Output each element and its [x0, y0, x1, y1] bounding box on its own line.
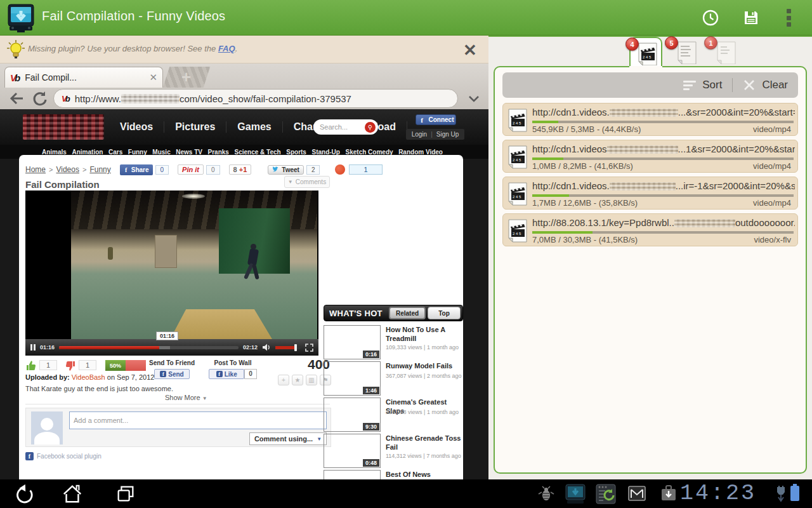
download-list-panel: Sort Clear 2 4 5 http://cdn1.videos....&… [494, 66, 807, 474]
download-item[interactable]: 2 4 5 http://cdn1.videos....ir=-1&sr=200… [502, 177, 798, 210]
fb-send-button[interactable]: fSend [154, 369, 190, 379]
likes-count: 1 [39, 360, 57, 370]
subnav-item[interactable]: Music [152, 149, 170, 156]
fullscreen-icon[interactable] [305, 344, 313, 352]
whats-hot-header: WHAT'S HOT Related Top [324, 305, 463, 321]
download-type: video/mp4 [753, 124, 791, 134]
hot-video-item[interactable]: 0:16 How Not To Use A Treadmill 109,333 … [324, 325, 463, 359]
home-button[interactable] [61, 483, 84, 505]
censored-domain [121, 94, 180, 104]
sort-icon[interactable] [683, 81, 696, 90]
download-item[interactable]: 2 4 5 http://cdn1.videos....&sr=2000&int… [502, 103, 798, 136]
nav-games[interactable]: Games [226, 121, 282, 133]
login-link[interactable]: Login [412, 131, 427, 138]
subnav-item[interactable]: Science & Tech [234, 149, 280, 156]
thumbs-down-icon[interactable] [65, 361, 76, 372]
video-thumbnail [324, 470, 381, 479]
subnav-item[interactable]: Sports [286, 149, 306, 156]
notice-text: Missing plugin? Use your desktop browser… [28, 44, 237, 53]
subnav-item[interactable]: Sketch Comedy [346, 149, 393, 156]
subnav-item[interactable]: Animation [72, 149, 103, 156]
facebook-share-widget[interactable]: fShare 0 [120, 164, 169, 175]
download-item[interactable]: 2 4 5 http://88.208.13.1/key=Ppd8rwbl..o… [502, 213, 798, 246]
hot-video-item[interactable]: 1:46 Runway Model Fails 367,087 views | … [324, 361, 463, 396]
volume-slider[interactable] [275, 346, 301, 349]
hot-video-item[interactable]: 0:48 Chinese Grenade Toss Fail 114,312 v… [324, 434, 463, 468]
add-playlist-button[interactable]: + [278, 375, 289, 385]
history-clock-icon[interactable] [702, 9, 719, 27]
lightbulb-icon [6, 39, 25, 60]
subnav-item[interactable]: Random Video [398, 149, 443, 156]
player-controls: 01:16 02:12 [25, 339, 318, 356]
breadcrumb-funny[interactable]: Funny [89, 165, 110, 174]
tubemate-status-icon[interactable] [563, 483, 587, 505]
breadcrumb-videos[interactable]: Videos [56, 165, 79, 174]
notice-close-icon[interactable]: ✕ [463, 41, 477, 60]
clear-button[interactable]: Clear [762, 79, 788, 91]
google-plus-one-widget[interactable]: 8 +1 [229, 164, 252, 175]
comments-button[interactable]: ▼Comments [284, 176, 330, 188]
screen: Fail Compilation - Funny Videos Missing … [0, 0, 812, 508]
pinterest-widget[interactable]: Pin it 0 [178, 164, 219, 175]
faq-link[interactable]: FAQ [218, 44, 235, 53]
subnav-item[interactable]: News TV [176, 149, 202, 156]
seek-bar[interactable] [59, 346, 239, 349]
show-more-link[interactable]: Show More ▼ [165, 394, 207, 401]
browser-tab[interactable]: Vb Fail Compil... ✕ [4, 67, 163, 88]
overflow-menu-icon[interactable] [787, 9, 792, 27]
url-dropdown-chevron-icon[interactable] [467, 91, 481, 105]
tab-page-list[interactable]: 1 [709, 37, 742, 66]
breadcrumb-home[interactable]: Home [25, 165, 46, 174]
nav-videos[interactable]: Videos [109, 121, 164, 133]
recent-apps-button[interactable] [114, 483, 137, 505]
subnav-item[interactable]: Pranks [208, 149, 229, 156]
gmail-status-icon[interactable] [628, 486, 646, 501]
subnav-item[interactable]: Animals [42, 149, 67, 156]
tab-related[interactable]: Related [389, 307, 426, 319]
comment-input[interactable] [69, 411, 327, 429]
tab-close-icon[interactable]: ✕ [149, 72, 157, 83]
plugin-notice-bar: Missing plugin? Use your desktop browser… [0, 36, 488, 64]
stats-button[interactable]: ▥ [306, 375, 317, 385]
clear-x-icon[interactable] [743, 79, 756, 91]
stumbleupon-widget[interactable]: 1 [329, 164, 382, 175]
status-clock[interactable]: 14:23 [680, 481, 769, 506]
download-size: 545,9KB / 5,3MB - (44,4KB/s) [532, 124, 641, 134]
new-tab-button[interactable]: + [163, 67, 211, 88]
fb-like-button[interactable]: fLike [209, 369, 244, 379]
nav-pictures[interactable]: Pictures [164, 121, 226, 133]
site-search-box[interactable]: Search... ⚲ [313, 119, 378, 135]
favorite-button[interactable]: ★ [292, 375, 303, 385]
subnav-item[interactable]: Funny [128, 149, 147, 156]
badge-count: 4 [625, 37, 639, 51]
download-status-icon[interactable] [660, 485, 678, 502]
clapperboard-file-icon: 2 4 5 [508, 182, 527, 206]
battery-status-icon [790, 486, 799, 501]
tab-top[interactable]: Top [428, 307, 461, 319]
back-button[interactable] [14, 483, 37, 505]
thumbs-up-icon[interactable] [25, 359, 37, 371]
sort-button[interactable]: Sort [702, 79, 722, 91]
url-bar[interactable]: Vb http://www.com/video_show/fail-compil… [53, 89, 458, 108]
subnav-item[interactable]: Cars [108, 149, 122, 156]
video-player[interactable]: 01:16 01:16 02:12 [25, 190, 318, 356]
sync-status-icon[interactable] [595, 483, 617, 505]
tab-video-downloads[interactable]: 4 2 4 5 [629, 37, 662, 66]
volume-icon[interactable] [262, 344, 271, 351]
download-item[interactable]: 2 4 5 http://cdn1.videos...1&sr=2000&int… [502, 140, 798, 173]
uploader-link[interactable]: VideoBash [72, 373, 105, 381]
hot-video-item[interactable]: Best Of News Bloopers 2012 [324, 470, 463, 479]
facebook-connect-button[interactable]: fConnect [416, 114, 456, 125]
search-icon[interactable]: ⚲ [365, 122, 376, 133]
save-icon[interactable] [742, 9, 760, 27]
subnav-item[interactable]: Stand-Up [312, 149, 340, 156]
pause-icon[interactable] [30, 344, 36, 351]
tweet-widget[interactable]: Tweet 2 [268, 165, 320, 175]
browser-back-icon[interactable] [9, 90, 25, 107]
comment-using-button[interactable]: Comment using...▼ [249, 432, 327, 445]
censored-url-part [674, 219, 735, 227]
signup-link[interactable]: Sign Up [436, 131, 459, 138]
browser-reload-icon[interactable] [32, 90, 48, 107]
hot-video-item[interactable]: 9:30 Cinema's Greatest Slaps 225,358 vie… [324, 398, 463, 432]
tab-audio-list[interactable]: 5 [670, 37, 703, 66]
